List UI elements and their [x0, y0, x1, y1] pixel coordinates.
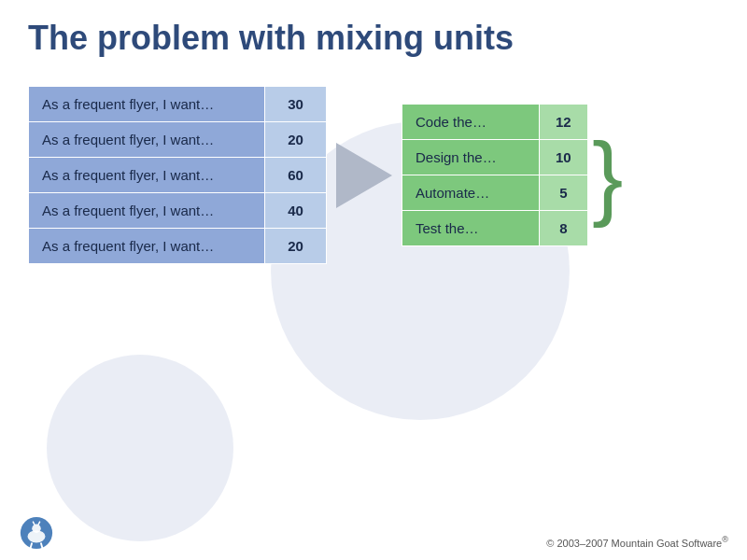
table-row: As a frequent flyer, I want…20	[29, 122, 327, 158]
right-brace-icon: }	[592, 129, 623, 222]
mountain-goat-logo	[19, 515, 54, 551]
right-arrow-shape	[336, 143, 392, 208]
main-content-area: As a frequent flyer, I want…30As a frequ…	[28, 86, 719, 264]
story-label: As a frequent flyer, I want…	[29, 193, 265, 229]
story-value: 30	[265, 87, 327, 122]
story-label: As a frequent flyer, I want…	[29, 229, 265, 264]
story-value: 20	[265, 229, 327, 264]
user-stories-table: As a frequent flyer, I want…30As a frequ…	[28, 86, 327, 264]
task-label: Code the…	[402, 105, 540, 140]
task-value: 12	[539, 105, 587, 140]
task-value: 5	[539, 175, 587, 211]
story-value: 60	[265, 158, 327, 193]
tasks-table: Code the…12Design the…10Automate…5Test t…	[402, 104, 588, 246]
table-row: Test the…8	[402, 211, 588, 246]
logo-area	[19, 515, 54, 551]
story-label: As a frequent flyer, I want…	[29, 158, 265, 193]
task-value: 10	[539, 140, 587, 175]
table-row: As a frequent flyer, I want…60	[29, 158, 327, 193]
story-label: As a frequent flyer, I want…	[29, 87, 265, 122]
footer-copyright: © 2003–2007 Mountain Goat Software®	[546, 535, 728, 549]
task-label: Automate…	[402, 175, 540, 211]
table-row: As a frequent flyer, I want…40	[29, 193, 327, 229]
task-label: Test the…	[402, 211, 540, 246]
story-label: As a frequent flyer, I want…	[29, 122, 265, 158]
story-value: 20	[265, 122, 327, 158]
story-value: 40	[265, 193, 327, 229]
copyright-text: © 2003–2007 Mountain Goat Software	[546, 538, 722, 549]
table-row: Automate…5	[402, 175, 588, 211]
bg-decoration-small	[47, 355, 233, 541]
arrow-icon	[327, 143, 402, 208]
table-row: Design the…10	[402, 140, 588, 175]
table-row: Code the…12	[402, 105, 588, 140]
task-label: Design the…	[402, 140, 540, 175]
table-row: As a frequent flyer, I want…30	[29, 87, 327, 122]
table-row: As a frequent flyer, I want…20	[29, 229, 327, 264]
task-value: 8	[539, 211, 587, 246]
page-title: The problem with mixing units	[28, 19, 719, 58]
svg-point-2	[32, 525, 41, 534]
